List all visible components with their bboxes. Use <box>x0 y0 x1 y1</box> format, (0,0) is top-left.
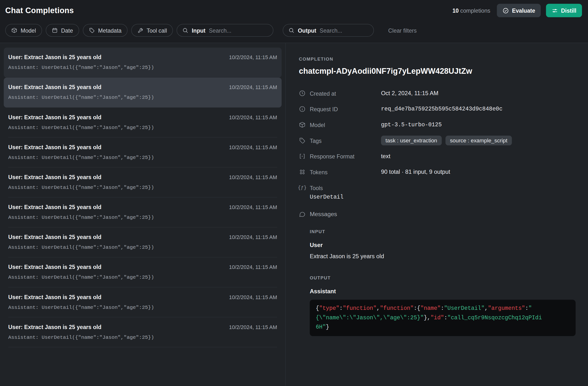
list-item[interactable]: User: Extract Jason is 25 years old 10/2… <box>4 137 282 167</box>
list-item[interactable]: User: Extract Jason is 25 years old 10/2… <box>4 317 282 347</box>
list-item-assistant: Assistant: UserDetail({"name":"Jason","a… <box>8 244 277 251</box>
app-window: Chat Completions 10 completions Evaluate… <box>0 0 588 386</box>
evaluate-check-circle-icon <box>503 7 509 14</box>
list-item-timestamp: 10/2/2024, 11:15 AM <box>229 54 277 60</box>
model-label: Model <box>310 122 381 128</box>
messages-header: Messages <box>299 211 577 218</box>
messages-block: INPUT User Extract Jason is 25 years old… <box>310 229 577 336</box>
completion-id: chatcmpl-ADyAodii0NF7ig7yLepWW428UJtZw <box>299 67 577 76</box>
list-item-content: User: Extract Jason is 25 years old 10/2… <box>8 203 277 227</box>
list-item-user: User: Extract Jason is 25 years old <box>8 113 102 121</box>
completion-fields: Created at Oct 2, 2024, 11:15 AM Request… <box>299 88 577 200</box>
list-item-timestamp: 10/2/2024, 11:15 AM <box>229 204 277 210</box>
input-search-field[interactable] <box>209 27 268 34</box>
list-item-user: User: Extract Jason is 25 years old <box>8 323 102 331</box>
list-item[interactable]: User: Extract Jason is 25 years old 10/2… <box>4 288 282 317</box>
output-section-label: OUTPUT <box>310 275 577 281</box>
list-item-content: User: Extract Jason is 25 years old 10/2… <box>8 173 277 197</box>
list-item-user: User: Extract Jason is 25 years old <box>8 233 102 241</box>
input-message-text: Extract Jason is 25 years old <box>310 253 577 260</box>
list-item-user: User: Extract Jason is 25 years old <box>8 293 102 301</box>
input-section-label: INPUT <box>310 229 577 234</box>
list-item-assistant: Assistant: UserDetail({"name":"Jason","a… <box>8 304 277 311</box>
tokens-value: 90 total · 81 input, 9 output <box>381 169 450 175</box>
tags-label: Tags <box>310 137 381 144</box>
list-item-user: User: Extract Jason is 25 years old <box>8 173 102 181</box>
header-actions: 10 completions Evaluate Distill <box>452 4 582 17</box>
braces-function-icon: {ƒ} <box>299 185 306 191</box>
list-item-content: User: Extract Jason is 25 years old 10/2… <box>8 233 277 257</box>
code-line: 6H"} <box>316 323 569 332</box>
clock-icon <box>299 90 306 96</box>
dots-grid-icon <box>299 169 306 175</box>
date-filter-label: Date <box>61 27 73 34</box>
chat-bubble-icon <box>299 211 306 218</box>
list-item[interactable]: User: Extract Jason is 25 years old 10/2… <box>4 78 282 108</box>
list-item-timestamp: 10/2/2024, 11:15 AM <box>229 144 277 150</box>
tools-field: {ƒ} Tools <box>299 183 577 193</box>
clear-filters-button[interactable]: Clear filters <box>388 27 417 34</box>
distill-button[interactable]: Distill <box>546 4 582 17</box>
request-id-value: req_d4e7ba759225b595c584243d9c848e0c <box>381 106 503 112</box>
list-item-user: User: Extract Jason is 25 years old <box>8 83 102 92</box>
model-filter-button[interactable]: Model <box>5 24 42 37</box>
list-item-assistant: Assistant: UserDetail({"name":"Jason","a… <box>8 334 277 341</box>
list-item-assistant: Assistant: UserDetail({"name":"Jason","a… <box>8 124 277 131</box>
distill-button-label: Distill <box>561 7 576 14</box>
list-item[interactable]: User: Extract Jason is 25 years old 10/2… <box>4 197 282 227</box>
tokens-label: Tokens <box>310 169 381 175</box>
list-item-timestamp: 10/2/2024, 11:15 AM <box>229 234 277 240</box>
list-item-timestamp: 10/2/2024, 11:15 AM <box>229 84 277 90</box>
tool-call-filter-label: Tool call <box>147 27 167 34</box>
code-line: {"type":"function","function":{"name":"U… <box>316 304 569 313</box>
tag-icon <box>299 137 306 144</box>
list-item[interactable]: User: Extract Jason is 25 years old 10/2… <box>4 108 282 137</box>
date-filter-button[interactable]: Date <box>46 24 79 37</box>
list-item-content: User: Extract Jason is 25 years old 10/2… <box>8 323 277 347</box>
list-item[interactable]: User: Extract Jason is 25 years old 10/2… <box>4 48 282 78</box>
cube-icon <box>11 27 17 33</box>
list-item-user: User: Extract Jason is 25 years old <box>8 203 102 211</box>
tag-chip: task : user_extraction <box>381 135 441 145</box>
model-value: gpt-3.5-turbo-0125 <box>381 122 441 128</box>
tags-field: Tags task : user_extractionsource : exam… <box>299 135 577 145</box>
list-item[interactable]: User: Extract Jason is 25 years old 10/2… <box>4 257 282 288</box>
evaluate-button-label: Evaluate <box>512 7 535 14</box>
list-item-content: User: Extract Jason is 25 years old 10/2… <box>8 83 277 108</box>
input-search-label: Input <box>192 27 205 34</box>
list-item-timestamp: 10/2/2024, 11:15 AM <box>229 114 277 120</box>
list-item[interactable]: User: Extract Jason is 25 years old 10/2… <box>4 167 282 197</box>
tag-icon <box>89 27 95 33</box>
list-item[interactable]: User: Extract Jason is 25 years old 10/2… <box>4 227 282 257</box>
list-item-content: User: Extract Jason is 25 years old 10/2… <box>8 293 277 317</box>
list-item-user: User: Extract Jason is 25 years old <box>8 53 102 61</box>
evaluate-button[interactable]: Evaluate <box>497 4 541 17</box>
completion-section-label: COMPLETION <box>299 57 577 62</box>
output-role: Assistant <box>310 288 577 295</box>
input-search[interactable]: Input <box>177 24 273 37</box>
list-item-assistant: Assistant: UserDetail({"name":"Jason","a… <box>8 64 277 71</box>
list-item-assistant: Assistant: UserDetail({"name":"Jason","a… <box>8 184 277 191</box>
sliders-icon <box>552 7 558 14</box>
list-item-content: User: Extract Jason is 25 years old 10/2… <box>8 143 277 167</box>
list-item-content: User: Extract Jason is 25 years old 10/2… <box>8 263 277 288</box>
page-title: Chat Completions <box>5 6 74 15</box>
output-search-field[interactable] <box>320 27 368 34</box>
output-search[interactable]: Output <box>283 24 374 37</box>
list-item-assistant: Assistant: UserDetail({"name":"Jason","a… <box>8 214 277 221</box>
list-item-assistant: Assistant: UserDetail({"name":"Jason","a… <box>8 154 277 161</box>
created-at-field: Created at Oct 2, 2024, 11:15 AM <box>299 88 577 98</box>
metadata-filter-button[interactable]: Metadata <box>83 24 128 37</box>
created-at-label: Created at <box>310 90 381 96</box>
search-icon <box>288 27 294 33</box>
list-item-timestamp: 10/2/2024, 11:15 AM <box>229 294 277 300</box>
metadata-filter-label: Metadata <box>98 27 122 34</box>
list-item-assistant: Assistant: UserDetail({"name":"Jason","a… <box>8 274 277 281</box>
tags-value: task : user_extractionsource : example_s… <box>381 135 512 145</box>
list-item-user: User: Extract Jason is 25 years old <box>8 263 102 271</box>
tag-chip: source : example_script <box>445 135 512 145</box>
brackets-icon <box>299 153 306 160</box>
tool-call-filter-button[interactable]: Tool call <box>131 24 173 37</box>
list-item-user: User: Extract Jason is 25 years old <box>8 143 102 151</box>
completions-list: User: Extract Jason is 25 years old 10/2… <box>0 43 286 386</box>
